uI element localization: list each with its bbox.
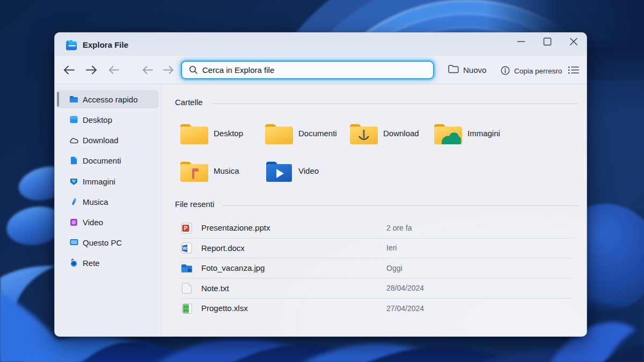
- svg-text:W: W: [182, 246, 187, 251]
- svg-text:P: P: [184, 225, 188, 231]
